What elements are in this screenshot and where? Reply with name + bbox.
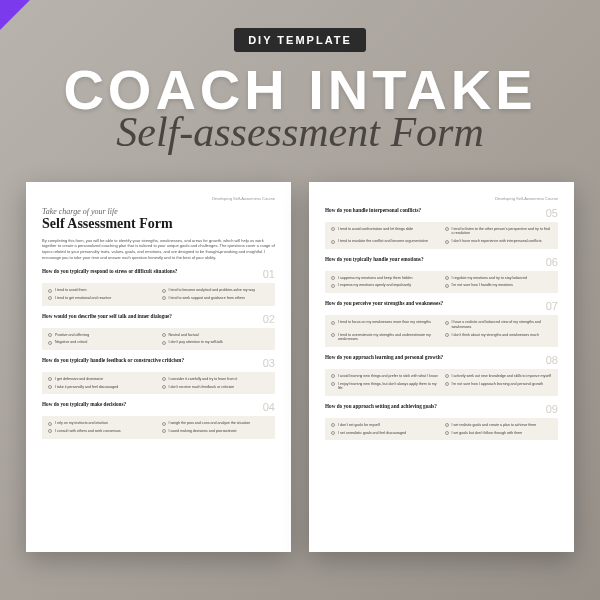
question-number: 03	[263, 357, 275, 369]
option[interactable]: I set realistic goals and create a plan …	[445, 423, 553, 428]
option[interactable]: I tend to become analytical and problem-…	[162, 288, 270, 293]
option[interactable]: I tend to listen to the other person's p…	[445, 227, 553, 236]
page-eyebrow: Take charge of your life	[42, 207, 275, 216]
question-block: How do you approach learning and persona…	[325, 354, 558, 396]
radio-icon	[445, 423, 449, 427]
option[interactable]: I weigh the pros and cons and analyze th…	[162, 421, 270, 426]
option[interactable]: I actively seek out new knowledge and sk…	[445, 374, 553, 379]
radio-icon	[331, 284, 335, 288]
option[interactable]: I regulate my emotions and try to stay b…	[445, 276, 553, 281]
options-group: I get defensive and dismissive I conside…	[42, 372, 275, 394]
question-text: How do you typically respond to stress o…	[42, 268, 263, 275]
option[interactable]: I take it personally and feel discourage…	[48, 385, 156, 390]
option[interactable]: I don't pay attention to my self-talk	[162, 340, 270, 345]
radio-icon	[331, 333, 335, 337]
option[interactable]: I consider it carefully and try to learn…	[162, 377, 270, 382]
options-group: I tend to focus on my weaknesses more th…	[325, 315, 558, 347]
option[interactable]: I'm not sure how I handle my emotions	[445, 283, 553, 288]
form-title: Self Assessment Form	[42, 216, 275, 232]
radio-icon	[445, 374, 449, 378]
question-text: How do you handle interpersonal conflict…	[325, 207, 546, 214]
question-text: How do you approach learning and persona…	[325, 354, 546, 361]
radio-icon	[162, 377, 166, 381]
question-number: 05	[546, 207, 558, 219]
radio-icon	[162, 296, 166, 300]
option[interactable]: I tend to avoid confrontation and let th…	[331, 227, 439, 236]
option[interactable]: I don't have much experience with interp…	[445, 239, 553, 244]
options-group: Positive and affirming Neutral and factu…	[42, 328, 275, 350]
form-page-2: Developing Self-Awareness Course How do …	[309, 182, 574, 552]
option[interactable]: I tend to focus on my weaknesses more th…	[331, 320, 439, 329]
option[interactable]: I tend to overestimate my strengths and …	[331, 333, 439, 342]
option[interactable]: I tend to seek support and guidance from…	[162, 296, 270, 301]
option[interactable]: Neutral and factual	[162, 333, 270, 338]
option[interactable]: I don't set goals for myself	[331, 423, 439, 428]
template-tag: DIY TEMPLATE	[234, 28, 366, 52]
form-page-1: Developing Self-Awareness Course Take ch…	[26, 182, 291, 552]
option[interactable]: I don't think about my strengths and wea…	[445, 333, 553, 342]
promo-header: DIY TEMPLATE COACH INTAKE Self-assessmen…	[0, 0, 600, 170]
option[interactable]: I avoid learning new things and prefer t…	[331, 374, 439, 379]
radio-icon	[162, 289, 166, 293]
option[interactable]: I set goals but don't follow through wit…	[445, 431, 553, 436]
option[interactable]: I tend to avoid them	[48, 288, 156, 293]
radio-icon	[162, 341, 166, 345]
question-number: 02	[263, 313, 275, 325]
question-text: How do you typically handle feedback or …	[42, 357, 263, 364]
question-block: How do you typically make decisions?04 I…	[42, 401, 275, 438]
question-block: How do you typically respond to stress o…	[42, 268, 275, 305]
radio-icon	[445, 431, 449, 435]
radio-icon	[48, 296, 52, 300]
question-number: 07	[546, 300, 558, 312]
radio-icon	[445, 321, 449, 325]
radio-icon	[331, 227, 335, 231]
option[interactable]: I express my emotions openly and impulsi…	[331, 283, 439, 288]
radio-icon	[445, 284, 449, 288]
radio-icon	[331, 431, 335, 435]
question-block: How would you describe your self talk an…	[42, 313, 275, 350]
option[interactable]: I don't receive much feedback or critici…	[162, 385, 270, 390]
options-group: I don't set goals for myself I set reali…	[325, 418, 558, 440]
option[interactable]: I enjoy learning new things, but don't a…	[331, 382, 439, 391]
pages-preview: Developing Self-Awareness Course Take ch…	[0, 170, 600, 552]
radio-icon	[48, 422, 52, 426]
radio-icon	[445, 227, 449, 231]
option[interactable]: I have a realistic and balanced view of …	[445, 320, 553, 329]
page-course-label: Developing Self-Awareness Course	[42, 196, 275, 201]
radio-icon	[48, 377, 52, 381]
question-text: How do you perceive your strengths and w…	[325, 300, 546, 307]
question-number: 04	[263, 401, 275, 413]
option[interactable]: I'm not sure how I approach learning and…	[445, 382, 553, 391]
radio-icon	[331, 382, 335, 386]
option[interactable]: Positive and affirming	[48, 333, 156, 338]
option[interactable]: I set unrealistic goals and feel discour…	[331, 431, 439, 436]
question-text: How do you typically make decisions?	[42, 401, 263, 408]
radio-icon	[162, 429, 166, 433]
radio-icon	[445, 240, 449, 244]
radio-icon	[48, 385, 52, 389]
option[interactable]: I tend to escalate the conflict and beco…	[331, 239, 439, 244]
option[interactable]: I avoid making decisions and procrastina…	[162, 429, 270, 434]
radio-icon	[162, 422, 166, 426]
option[interactable]: Negative and critical	[48, 340, 156, 345]
question-block: How do you typically handle feedback or …	[42, 357, 275, 394]
question-number: 08	[546, 354, 558, 366]
page-course-label: Developing Self-Awareness Course	[325, 196, 558, 201]
options-group: I tend to avoid confrontation and let th…	[325, 222, 558, 249]
option[interactable]: I get defensive and dismissive	[48, 377, 156, 382]
question-number: 01	[263, 268, 275, 280]
radio-icon	[331, 321, 335, 325]
option[interactable]: I rely on my instincts and intuition	[48, 421, 156, 426]
radio-icon	[445, 276, 449, 280]
question-text: How do you typically handle your emotion…	[325, 256, 546, 263]
options-group: I rely on my instincts and intuition I w…	[42, 416, 275, 438]
radio-icon	[331, 423, 335, 427]
option[interactable]: I suppress my emotions and keep them hid…	[331, 276, 439, 281]
option[interactable]: I consult with others and seek consensus	[48, 429, 156, 434]
radio-icon	[48, 289, 52, 293]
radio-icon	[162, 333, 166, 337]
question-text: How would you describe your self talk an…	[42, 313, 263, 320]
question-block: How do you perceive your strengths and w…	[325, 300, 558, 347]
option[interactable]: I tend to get emotional and reactive	[48, 296, 156, 301]
radio-icon	[331, 276, 335, 280]
